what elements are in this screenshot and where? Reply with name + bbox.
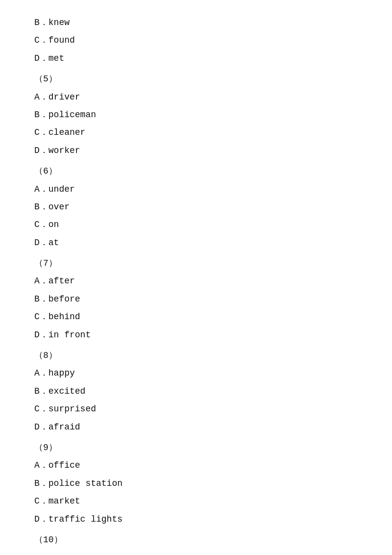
- b-knew: B．knew: [34, 15, 358, 30]
- c5-cleaner: C．cleaner: [34, 125, 358, 140]
- section8: （8）: [34, 348, 358, 363]
- d6-at: D．at: [34, 235, 358, 251]
- d9-traffic-lights: D．traffic lights: [34, 511, 358, 527]
- section7: （7）: [34, 255, 358, 271]
- c8-surprised: C．surprised: [34, 401, 358, 417]
- section5: （5）: [34, 71, 358, 87]
- b8-excited: B．excited: [34, 383, 358, 399]
- c6-on: C．on: [34, 217, 358, 232]
- d-met: D．met: [34, 50, 358, 66]
- b5-policeman: B．policeman: [34, 107, 358, 123]
- d7-in-front: D．in front: [34, 327, 358, 343]
- c9-market: C．market: [34, 493, 358, 509]
- a8-happy: A．happy: [34, 365, 358, 381]
- d5-worker: D．worker: [34, 143, 358, 158]
- a5-driver: A．driver: [34, 89, 358, 105]
- section10: （10）: [34, 532, 358, 548]
- d8-afraid: D．afraid: [34, 419, 358, 435]
- c-found: C．found: [34, 32, 358, 48]
- a7-after: A．after: [34, 273, 358, 289]
- c7-behind: C．behind: [34, 309, 358, 325]
- b6-over: B．over: [34, 199, 358, 215]
- section6: （6）: [34, 163, 358, 179]
- b9-police-station: B．police station: [34, 476, 358, 491]
- b7-before: B．before: [34, 291, 358, 307]
- main-content: B．knewC．foundD．met（5）A．driverB．policeman…: [0, 0, 392, 555]
- section9: （9）: [34, 440, 358, 455]
- a9-office: A．office: [34, 457, 358, 473]
- a6-under: A．under: [34, 181, 358, 197]
